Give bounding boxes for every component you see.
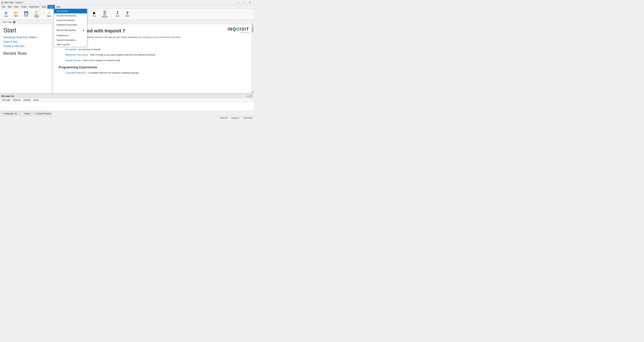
run-button[interactable]: ▶ Run [90,10,99,19]
msg-tab-element[interactable]: Element [12,99,22,101]
new-icon: ⊕ [4,11,8,15]
download-link[interactable]: Download Tests from Millise... [3,36,48,39]
introduction-rest: - an overview of Inquisit. [77,48,101,51]
message-list-tab-label: Message List [5,112,17,115]
window-title: Start Page - Inquisit 7 [4,1,23,4]
open-icon: 📂 [14,11,18,15]
app-icon: Q [1,1,3,4]
introduction-link[interactable]: Introduction [66,48,77,51]
tools-menu-parallel-port[interactable]: Parallel Port Monitor... [54,14,87,18]
open-test-link[interactable]: Open a test... [3,40,48,43]
sort-button[interactable]: ↧ Sort [113,10,122,19]
run-label: Run [93,15,96,17]
left-panel: Start Download Tests from Millise... Ope… [0,24,52,93]
menu-data[interactable]: Data [40,5,47,9]
bottom-tab-bar: ⚠ Message List 📄 Output 🔍 Search Results [0,111,254,116]
language-reference-link[interactable]: Language Reference [66,72,86,74]
tab-start-page-label: Start Page [2,21,12,23]
menu-view[interactable]: View [13,5,20,9]
language-reference-item: Language Reference - a complete referenc… [59,71,246,75]
open-button[interactable]: 📂 Open [12,10,21,19]
millisecond-library-link[interactable]: Millisecond Test Library [66,54,88,56]
tools-menu-preferences[interactable]: Preferences... [54,33,87,38]
tools-dropdown-menu: LSL Monitor Parallel Port Monitor... Ser… [54,9,87,47]
new-button[interactable]: ⊕ New [1,10,11,19]
introduction-item: Introduction - an overview of Inquisit. [59,48,246,51]
minimize-button[interactable]: ─ [236,1,241,4]
output-tab-icon: 📄 [21,112,24,115]
sort-label: Sort [116,15,119,17]
run-monkey-icon: 🐒 [103,11,107,14]
tab-start-page[interactable]: Start Page ✕ [1,20,17,24]
status-bar: Row 376 Column 0 Cell 21193 [0,116,254,120]
system-information-label: System Information... [56,39,77,41]
tools-menu-keyboard-scancodes[interactable]: Keyboard Scancodes... [54,23,87,27]
scroll-thumb[interactable] [252,27,254,32]
open-folder-button[interactable]: 📁 OpenFolder [32,10,42,19]
maximize-button[interactable]: □ [242,1,246,4]
bottom-tab-output[interactable]: 📄 Output [19,112,32,116]
menu-tools[interactable]: Tools [48,5,55,9]
message-title-bar: Message List □ ✕ [0,94,254,98]
bottom-tab-search-results[interactable]: 🔍 Search Results [32,112,53,116]
sort-icon: ↧ [116,11,119,15]
panel-splitter[interactable] [52,24,53,93]
back-button[interactable]: ← Back [44,10,54,19]
scroll-up-button[interactable]: ▲ [252,24,254,26]
preferences-label: Preferences... [56,34,70,37]
inquisit-tutorials-link[interactable]: Inquisit Tutorials [66,59,81,62]
tools-menu-view-log-file[interactable]: View Log File... [54,42,87,47]
menu-script[interactable]: Script [20,5,28,9]
recent-tests-title: Recent Tests [3,51,48,56]
main-area: Start Download Tests from Millise... Ope… [0,24,254,93]
scroll-down-button[interactable]: ▼ [252,91,254,93]
open-folder-icon: 📁 [34,11,39,14]
new-label: New [4,15,8,17]
inquisit-tutorials-item: Inquisit Tutorials - learn how to progra… [59,59,246,62]
tools-menu-serial-port[interactable]: Serial Port Monitor... [54,18,87,23]
save-label: Save [24,15,28,17]
status-cell: Cell 21193 [243,117,252,119]
save-button[interactable]: 💾 Save [22,10,31,19]
menu-file[interactable]: File [1,5,6,9]
menu-edit[interactable]: Edit [6,5,13,9]
run-monkey-label: RunMonkey [102,14,108,18]
toolbar: ⊕ New 📂 Open 💾 Save 📁 OpenFolder ← Back … [0,9,254,20]
inquisit-logo: INQUISIT [228,27,249,32]
filter-icon: ⊽ [126,11,129,15]
msg-tab-attribute[interactable]: Attribute [22,99,32,101]
status-row: Row 376 [220,117,228,119]
millisecond-library-rest: - 100s of ready to use psychological tes… [88,54,156,56]
language-reference-rest: - a complete reference for Inquisit's sc… [86,72,139,74]
tab-close-button[interactable]: ✕ [13,21,16,23]
run-monkey-button[interactable]: 🐒 RunMonkey [100,10,110,19]
message-list-tab-icon: ⚠ [2,112,4,115]
message-content [0,102,254,111]
close-button[interactable]: ✕ [247,1,252,4]
tab-bar: Start Page ✕ [0,20,254,24]
inquisit-tutorials-rest: - learn how to program an Inquisit scrip… [81,59,121,62]
msg-tab-script[interactable]: Script [32,99,40,101]
message-area: Message List □ ✕ Message Element Attribu… [0,94,254,111]
right-scrollbar[interactable]: ▲ ▼ [252,24,254,93]
speech-recognition-label: Speech Recognition [56,29,76,31]
tools-menu-system-information[interactable]: System Information... [54,38,87,42]
millisecond-library-item: Millisecond Test Library - 100s of ready… [59,53,246,57]
open-folder-label: OpenFolder [34,14,39,18]
menu-experiment[interactable]: Experiment [28,5,40,9]
message-close-button[interactable]: ✕ [250,95,252,97]
msg-tab-message[interactable]: Message [1,99,12,101]
open-label: Open [14,15,18,17]
bottom-tab-message-list[interactable]: ⚠ Message List [1,112,19,116]
message-action-buttons: □ ✕ [247,95,252,97]
tools-menu-speech-recognition[interactable]: Speech Recognition ▶ [54,28,87,32]
message-restore-button[interactable]: □ [247,95,249,97]
tools-menu-sep-1 [54,27,87,28]
filter-button[interactable]: ⊽ Filter [123,10,132,19]
menu-help[interactable]: Help [55,5,62,9]
create-test-link[interactable]: Create a new test [3,45,48,48]
back-label: Back [47,15,51,17]
window-controls: ─ □ ✕ [236,1,252,4]
message-tab-bar: Message Element Attribute Script [0,98,254,102]
tools-menu-lsl-monitor[interactable]: LSL Monitor [54,9,87,14]
